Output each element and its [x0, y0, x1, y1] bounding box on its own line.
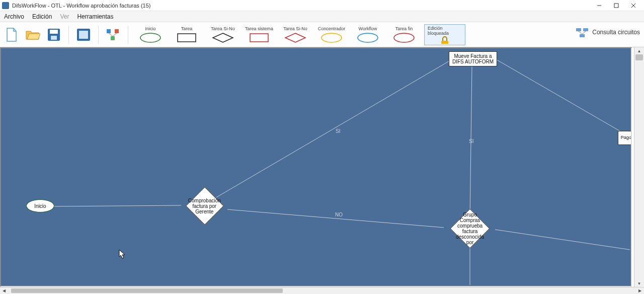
edit-lock-label: Edición bloqueada	[428, 26, 462, 36]
svg-rect-8	[79, 31, 88, 39]
layout-icon	[106, 28, 121, 41]
menu-archivo[interactable]: Archivo	[4, 13, 24, 20]
edge-label-no: NO	[335, 212, 343, 217]
edge-label-si2: SI	[469, 138, 473, 144]
node-pago-label: Pago mover	[620, 134, 632, 141]
shape-inicio[interactable]: Inicio	[134, 26, 167, 43]
lock-icon	[439, 36, 450, 44]
consulta-circuitos-button[interactable]: Consulta circuitos	[575, 26, 640, 38]
menu-herramientas[interactable]: Herramientas	[77, 13, 113, 20]
separator	[128, 26, 128, 44]
shape-workflow[interactable]: Workflow	[352, 26, 384, 43]
svg-rect-24	[583, 28, 588, 31]
svg-line-34	[495, 230, 630, 250]
close-button[interactable]	[625, 0, 642, 11]
shape-tarea-sino-label: Tarea Si-No	[211, 26, 235, 31]
svg-point-20	[358, 33, 378, 42]
svg-line-12	[109, 33, 113, 36]
node-mueve-factura[interactable]: Mueve Factura a DIFS AUTOFORM	[449, 51, 497, 66]
node-comprobacion-label: Comprobación factura por Gerente	[187, 197, 222, 215]
svg-line-29	[216, 60, 450, 197]
svg-rect-17	[250, 34, 268, 42]
node-grupo-compras[interactable]: Grupo Compras comprueba factura desconoc…	[450, 208, 490, 248]
window-titlebar: DifsWorkFlow - OTL - Workflow aprobación…	[0, 0, 644, 11]
horizontal-scrollbar[interactable]: ◀ ▶	[0, 287, 644, 294]
separator	[98, 26, 99, 44]
shape-tarea-sino-2-label: Tarea Si-No	[283, 26, 307, 31]
node-inicio[interactable]: Inicio	[26, 199, 54, 212]
shape-tarea-sino-2[interactable]: Tarea Si-No	[279, 26, 311, 43]
minimize-button[interactable]	[591, 0, 608, 11]
shape-tarea-sistema[interactable]: Tarea sistema	[243, 26, 275, 43]
shape-tarea-label: Tarea	[181, 26, 193, 31]
svg-rect-1	[614, 4, 618, 8]
scroll-up-icon[interactable]: ▲	[634, 47, 644, 54]
open-folder-icon	[25, 28, 40, 41]
app-icon	[2, 2, 9, 9]
scroll-down-icon[interactable]: ▼	[634, 280, 644, 287]
svg-point-19	[321, 33, 342, 42]
open-button[interactable]	[24, 26, 41, 43]
svg-rect-6	[51, 36, 57, 40]
vscroll-thumb[interactable]	[635, 54, 643, 60]
toolbar: Inicio Tarea Tarea Si-No Tarea sistema T…	[0, 22, 644, 47]
save-button[interactable]	[45, 26, 62, 43]
svg-line-30	[227, 209, 444, 228]
shape-tarea[interactable]: Tarea	[171, 26, 203, 43]
menu-ver[interactable]: Ver	[60, 13, 69, 20]
separator	[68, 26, 69, 44]
svg-line-32	[496, 59, 625, 134]
maximize-button[interactable]	[608, 0, 625, 11]
svg-line-31	[470, 66, 472, 218]
svg-line-26	[579, 31, 582, 34]
node-inicio-label: Inicio	[33, 202, 47, 210]
svg-rect-11	[111, 36, 115, 40]
workflow-canvas[interactable]: SI NO SI Inicio Comprobación factura por…	[0, 47, 632, 287]
svg-rect-15	[178, 34, 196, 42]
svg-marker-16	[213, 33, 233, 42]
svg-rect-25	[580, 34, 585, 37]
layout-button[interactable]	[105, 26, 122, 43]
node-pago[interactable]: Pago mover	[618, 131, 632, 145]
fit-icon	[76, 28, 91, 42]
scroll-left-icon[interactable]: ◀	[0, 287, 8, 294]
shape-tarea-sino[interactable]: Tarea Si-No	[207, 26, 239, 43]
vertical-scrollbar[interactable]: ▲ ▼	[634, 47, 644, 287]
consulta-label: Consulta circuitos	[592, 29, 640, 36]
svg-point-14	[140, 33, 160, 42]
fit-button[interactable]	[75, 26, 92, 43]
menu-bar: Archivo Edición Ver Herramientas	[0, 11, 644, 22]
edit-lock-button[interactable]: Edición bloqueada	[424, 24, 465, 45]
shape-concentrador[interactable]: Concentrador	[315, 26, 348, 43]
menu-edicion[interactable]: Edición	[32, 13, 52, 20]
shape-inicio-label: Inicio	[145, 26, 155, 31]
svg-rect-5	[50, 30, 58, 34]
window-title: DifsWorkFlow - OTL - Workflow aprobación…	[12, 3, 591, 9]
svg-rect-22	[441, 41, 448, 44]
shape-concentrador-label: Concentrador	[318, 26, 346, 31]
shape-tarea-fin-label: Tarea fin	[395, 26, 413, 31]
svg-line-28	[54, 205, 181, 206]
shape-tarea-sistema-label: Tarea sistema	[245, 26, 273, 31]
node-grupo-label: Grupo Compras comprueba factura desconoc…	[455, 211, 485, 246]
svg-rect-9	[107, 29, 111, 33]
cursor-icon	[119, 249, 126, 259]
circuits-icon	[575, 26, 589, 38]
scroll-right-icon[interactable]: ▶	[636, 287, 644, 294]
svg-rect-23	[576, 28, 581, 31]
save-icon	[47, 28, 61, 42]
svg-line-13	[113, 33, 117, 36]
svg-point-21	[394, 33, 414, 42]
svg-line-27	[582, 31, 586, 34]
new-file-button[interactable]	[3, 26, 20, 43]
shape-tarea-fin[interactable]: Tarea fin	[388, 26, 420, 43]
hscroll-thumb[interactable]	[11, 288, 283, 293]
edge-label-si1: SI	[336, 128, 340, 134]
shape-workflow-label: Workflow	[359, 26, 377, 31]
node-comprobacion[interactable]: Comprobación factura por Gerente	[186, 187, 224, 225]
node-mueve-label: Mueve Factura a DIFS AUTOFORM	[449, 52, 497, 65]
edge-layer: SI NO SI	[1, 48, 631, 286]
new-file-icon	[5, 27, 18, 42]
svg-rect-10	[115, 29, 119, 33]
svg-marker-18	[285, 33, 305, 42]
